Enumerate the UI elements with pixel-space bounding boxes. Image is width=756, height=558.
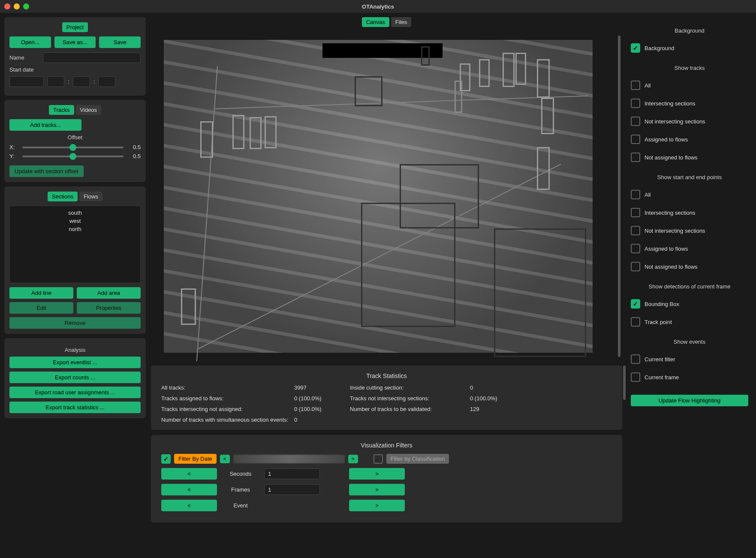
tracks-assigned-checkbox[interactable] [631,135,640,144]
offset-x-slider[interactable] [22,147,123,148]
seconds-input[interactable] [264,468,320,479]
endpoints-intersecting-checkbox[interactable] [631,208,640,217]
edit-button[interactable]: Edit [9,302,73,314]
window-title: OTAnalytics [362,3,394,10]
sections-panel: Sections Flows south west north Add line… [4,186,146,334]
endpoints-assigned-row[interactable]: Assigned to flows [631,244,748,253]
tracks-intersecting-row[interactable]: Intersecting sections [631,99,748,108]
current-frame-checkbox[interactable] [631,372,640,382]
bbox-pedestrian [537,147,550,190]
tracks-intersecting-checkbox[interactable] [631,99,640,108]
seconds-prev-button[interactable]: < [161,468,217,480]
bbox-vehicle [355,76,383,106]
bounding-box-checkbox[interactable] [631,299,640,309]
sections-list[interactable]: south west north [9,206,141,283]
add-area-button[interactable]: Add area [77,287,141,299]
stat-value: 0 (100.0%) [294,395,350,402]
frames-next-button[interactable]: > [349,484,405,495]
export-road-user-button[interactable]: Export road user assignments ... [9,387,141,398]
endpoints-intersecting-row[interactable]: Intersecting sections [631,208,748,217]
tracks-all-checkbox[interactable] [631,81,640,90]
track-point-row[interactable]: Track point [631,317,748,327]
tab-project[interactable]: Project [62,22,88,32]
tracks-not-assigned-checkbox[interactable] [631,153,640,162]
event-next-button[interactable]: > [349,500,405,511]
bounding-box-row[interactable]: Bounding Box [631,299,748,309]
canvas-scrollbar[interactable] [618,36,620,357]
filter-classification-checkbox[interactable] [373,454,383,464]
update-flow-highlighting-button[interactable]: Update Flow Highlighting [631,395,748,406]
endpoints-not-assigned-row[interactable]: Not assigned to flows [631,262,748,271]
list-item[interactable]: north [12,225,138,233]
export-eventlist-button[interactable]: Export eventlist ... [9,357,141,368]
current-frame-row[interactable]: Current frame [631,372,748,382]
properties-button[interactable]: Properties [77,302,141,314]
endpoints-all-checkbox[interactable] [631,190,640,199]
date-prev-button[interactable]: < [220,455,230,463]
filter-date-badge[interactable]: Filter By Date [174,454,217,464]
tracks-not-intersecting-row[interactable]: Not intersecting sections [631,117,748,126]
minimize-window-button[interactable] [14,3,20,9]
tab-videos[interactable]: Videos [76,105,102,115]
stat-label: All tracks: [161,384,294,391]
seconds-next-button[interactable]: > [349,468,405,480]
tab-files[interactable]: Files [391,17,411,27]
bbox-pedestrian [250,117,262,149]
export-track-stats-button[interactable]: Export track statistics ... [9,402,141,413]
endpoints-not-intersecting-row[interactable]: Not intersecting sections [631,226,748,235]
frames-prev-button[interactable]: < [161,484,217,495]
group-background: Background [631,27,748,34]
list-item[interactable]: south [12,209,138,217]
tab-tracks[interactable]: Tracks [49,105,74,115]
list-item[interactable]: west [12,217,138,225]
filter-classification-badge[interactable]: Filter by Classification [386,454,449,464]
background-checkbox[interactable] [631,43,640,53]
date-next-button[interactable]: > [348,455,358,463]
tracks-not-assigned-row[interactable]: Not assigned to flows [631,153,748,162]
video-frame [164,40,593,353]
bbox-pedestrian [537,59,550,98]
tab-flows[interactable]: Flows [79,192,102,201]
frames-input[interactable] [264,484,320,495]
track-point-checkbox[interactable] [631,317,640,327]
open-button[interactable]: Open... [9,36,51,48]
current-filter-checkbox[interactable] [631,354,640,364]
project-name-input[interactable] [43,52,141,63]
event-prev-button[interactable]: < [161,500,217,511]
tracks-panel: Tracks Videos Add tracks... Offset X: 0.… [4,100,146,182]
update-offset-button[interactable]: Update with section offset [9,165,84,177]
maximize-window-button[interactable] [23,3,29,9]
tracks-all-row[interactable]: All [631,81,748,90]
offset-y-value: 0.5 [128,153,141,159]
offset-y-slider[interactable] [22,156,123,157]
tab-sections[interactable]: Sections [48,192,78,201]
tab-canvas[interactable]: Canvas [362,17,389,27]
offset-title: Offset [9,134,141,141]
endpoints-all-row[interactable]: All [631,190,748,199]
tracks-assigned-row[interactable]: Assigned to flows [631,135,748,144]
add-tracks-button[interactable]: Add tracks... [9,119,81,131]
add-line-button[interactable]: Add line [9,287,73,299]
save-button[interactable]: Save [99,36,141,48]
tracks-not-intersecting-checkbox[interactable] [631,117,640,126]
filter-date-checkbox[interactable] [161,454,171,464]
hour-input[interactable] [47,76,64,87]
stat-value: 0 [294,417,350,423]
current-filter-row[interactable]: Current filter [631,354,748,364]
save-as-button[interactable]: Save as... [54,36,96,48]
canvas-viewport[interactable] [151,31,622,361]
endpoints-not-assigned-checkbox[interactable] [631,262,640,271]
background-checkbox-row[interactable]: Background [631,43,748,53]
endpoints-not-intersecting-checkbox[interactable] [631,226,640,235]
bbox-pedestrian [515,53,526,85]
stats-scrollbar[interactable] [623,366,626,400]
bbox-pedestrian [503,53,515,87]
endpoints-assigned-checkbox[interactable] [631,244,640,253]
close-window-button[interactable] [4,3,10,9]
date-input[interactable] [9,76,44,87]
endpoints-all-label: All [645,192,651,198]
second-input[interactable] [98,76,115,87]
export-counts-button[interactable]: Export counts ... [9,372,141,383]
minute-input[interactable] [73,76,90,87]
remove-button[interactable]: Remove [9,317,141,329]
